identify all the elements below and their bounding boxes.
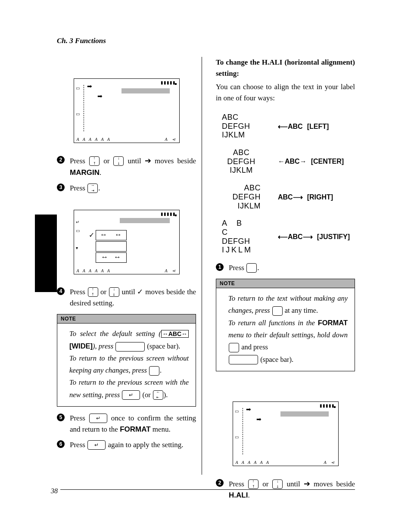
key-format [246, 263, 257, 273]
key-cancel [149, 366, 159, 376]
key-space [115, 342, 145, 352]
key-down: ↓⤓ [113, 156, 124, 166]
key-up: ↑⤒ [248, 479, 258, 489]
bullet-4: 4 [57, 287, 65, 295]
key-up: ↑⤒ [89, 156, 100, 166]
chapter-header: Ch. 3 Functions [57, 37, 106, 45]
bullet-2: 2 [57, 156, 65, 164]
step-3: 3 Press →⇥. [57, 183, 196, 194]
note-header: NOTE [57, 314, 196, 324]
column-divider [202, 57, 202, 475]
section-heading: To change the H.ALI (horizontal alignmen… [216, 57, 355, 79]
footer-rule [60, 489, 355, 490]
key-down: ↓⤓ [109, 287, 119, 297]
page-number: 38 [51, 487, 58, 495]
right-column: To change the H.ALI (horizontal alignmen… [216, 57, 355, 504]
align-example-justify: A B C DEFGH IJKLM ⟵ABC⟶[JUSTIFY] [222, 219, 355, 255]
note-box-left: NOTE To select the default setting (↔ABC… [57, 314, 196, 406]
note-body: To return to the text without making any… [216, 288, 355, 370]
bullet-1: 1 [216, 263, 224, 271]
lcd-screen-2: ▮▮▮▮▮ ↵▭▾ ✓ ↔ ↔ ↔ ↔ A A A A A AA⋖ [74, 210, 180, 274]
key-down: ↓⤓ [272, 479, 283, 489]
key-right: →⇥ [87, 184, 98, 193]
key-enter: ↵ [122, 390, 140, 400]
content-columns: ▮▮▮▮▮ ▭▭ ➡ ➡ A A A A A AA⋖ 2 Press ↑⤒ or… [57, 57, 355, 504]
align-example-left: ABC DEFGH IJKLM ⟵ABC[LEFT] [222, 113, 355, 140]
key-code [229, 343, 239, 352]
bullet-5: 5 [57, 414, 65, 421]
bullet-2: 2 [216, 479, 224, 487]
key-enter: ↵ [87, 440, 106, 450]
step-1-right: 1 Press . [216, 262, 355, 274]
step-5: 5 Press ↵ once to confirm the setting an… [57, 413, 196, 436]
key-cancel [272, 306, 283, 316]
align-example-center: ABC DEFGH IJKLM ←ABC→[CENTER] [222, 148, 355, 175]
note-body: To select the default setting (↔ABC↔ [WI… [57, 324, 196, 406]
align-example-right: ABC DEFGH IJKLM ABC⟶[RIGHT] [222, 184, 355, 210]
intro-text: You can choose to align the text in your… [216, 81, 355, 103]
step-6: 6 Press ↵ again to apply the setting. [57, 439, 196, 451]
key-up: ↑⤒ [88, 287, 98, 297]
left-column: ▮▮▮▮▮ ▭▭ ➡ ➡ A A A A A AA⋖ 2 Press ↑⤒ or… [57, 57, 196, 504]
key-space [229, 355, 258, 364]
bullet-3: 3 [57, 184, 65, 191]
note-header: NOTE [216, 279, 355, 288]
lcd-screen-3: ▮▮▮▮▮ ▭▭ ➡ ➡ A A A A A AA⋖ [233, 401, 339, 466]
step-4: 4 Press ↑⤒ or ↓⤓ until ✓ moves beside th… [57, 286, 196, 309]
bullet-6: 6 [57, 440, 65, 448]
thumb-tab [35, 215, 57, 292]
lcd-screen-1: ▮▮▮▮▮ ▭▭ ➡ ➡ A A A A A AA⋖ [74, 78, 180, 143]
key-enter: ↵ [89, 414, 107, 423]
step-2: 2 Press ↑⤒ or ↓⤓ until ➔ moves beside MA… [57, 155, 196, 178]
note-box-right: NOTE To return to the text without makin… [216, 279, 355, 371]
key-left: ←⇤ [153, 390, 163, 400]
